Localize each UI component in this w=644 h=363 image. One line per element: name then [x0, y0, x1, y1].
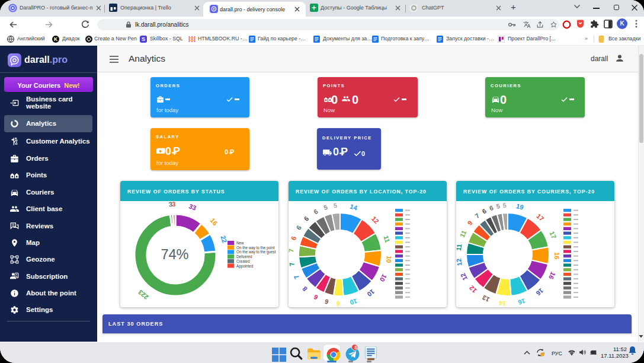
svg-text:12: 12 — [370, 215, 380, 225]
svg-text:14: 14 — [349, 203, 358, 212]
svg-text:74%: 74% — [161, 247, 188, 262]
svg-text:7: 7 — [292, 274, 300, 281]
svg-text:22: 22 — [219, 235, 228, 244]
svg-text:10: 10 — [366, 288, 376, 298]
svg-text:12: 12 — [456, 258, 463, 266]
svg-text:7: 7 — [289, 262, 296, 266]
svg-text:New: New — [236, 241, 244, 245]
svg-text:5: 5 — [496, 202, 501, 210]
svg-text:P: P — [341, 147, 348, 157]
svg-text:16: 16 — [534, 287, 544, 297]
svg-text:6: 6 — [290, 235, 297, 241]
svg-text:5: 5 — [333, 202, 337, 209]
svg-text:Created: Created — [236, 259, 250, 263]
svg-text:10: 10 — [379, 273, 388, 282]
svg-text:3: 3 — [172, 201, 175, 208]
svg-text:6: 6 — [295, 224, 303, 231]
svg-text:5: 5 — [323, 203, 328, 211]
svg-text:0: 0 — [361, 150, 365, 157]
svg-text:13: 13 — [481, 294, 491, 303]
svg-text:5: 5 — [502, 202, 507, 209]
svg-text:12: 12 — [459, 272, 469, 282]
svg-text:16: 16 — [547, 271, 557, 281]
svg-text:7: 7 — [289, 249, 294, 253]
svg-text:0: 0 — [165, 146, 171, 157]
svg-text:0: 0 — [225, 148, 228, 155]
svg-text:6: 6 — [303, 215, 310, 222]
svg-text:P: P — [173, 146, 180, 157]
svg-text:6: 6 — [312, 294, 319, 301]
svg-text:17: 17 — [548, 230, 558, 240]
svg-text:9: 9 — [466, 219, 474, 227]
svg-text:19: 19 — [515, 202, 524, 211]
svg-text:10: 10 — [385, 256, 393, 263]
svg-text:6: 6 — [312, 208, 319, 215]
svg-text:7: 7 — [473, 212, 480, 219]
svg-text:17: 17 — [535, 212, 545, 222]
svg-text:P: P — [230, 148, 234, 155]
svg-text:0: 0 — [333, 147, 339, 157]
svg-text:11: 11 — [456, 243, 463, 251]
svg-text:Appointed: Appointed — [236, 264, 254, 269]
svg-text:6: 6 — [488, 204, 494, 212]
svg-text:6: 6 — [324, 298, 329, 305]
svg-text:12: 12 — [468, 284, 478, 294]
svg-text:16: 16 — [209, 216, 219, 227]
svg-text:16: 16 — [553, 252, 560, 260]
svg-text:10: 10 — [349, 297, 358, 306]
svg-text:11: 11 — [459, 229, 468, 238]
svg-text:6: 6 — [481, 207, 488, 215]
svg-text:8: 8 — [301, 285, 309, 293]
svg-text:33: 33 — [188, 202, 197, 211]
svg-text:Delivered: Delivered — [236, 254, 252, 259]
svg-text:223: 223 — [137, 289, 150, 301]
svg-text:11: 11 — [382, 235, 391, 244]
svg-text:16: 16 — [517, 297, 526, 306]
svg-text:6: 6 — [336, 300, 340, 307]
svg-text:14: 14 — [498, 300, 507, 307]
